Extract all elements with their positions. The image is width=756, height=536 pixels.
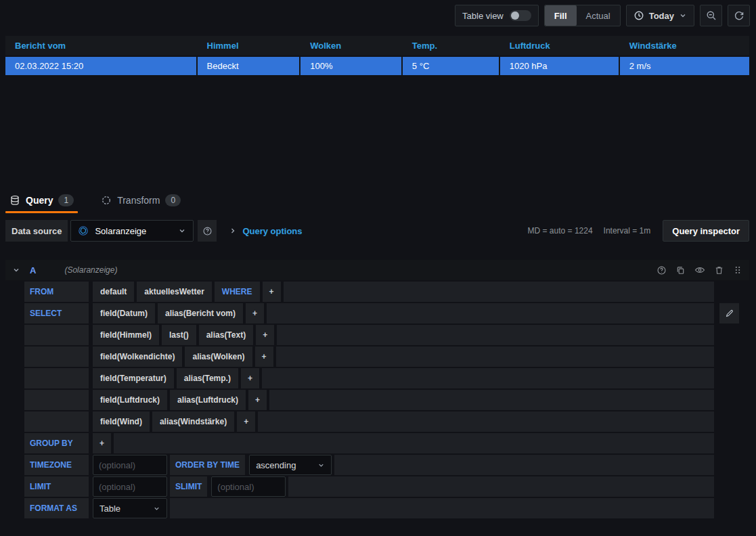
alias-segment[interactable]: alias(Temp.) <box>177 368 238 388</box>
row-filler <box>258 411 714 432</box>
chevron-down-icon <box>178 227 186 235</box>
query-header: A (Solaranzeige) <box>5 260 749 280</box>
column-header[interactable]: Temp. <box>403 41 500 51</box>
editor-tabs: Query 1 Transform 0 <box>5 192 185 213</box>
empty-label <box>24 390 89 410</box>
table-view-label: Table view <box>462 11 504 21</box>
alias-segment[interactable]: alias(Text) <box>199 325 253 345</box>
pencil-icon <box>725 309 734 318</box>
limit-input[interactable] <box>93 476 167 497</box>
interval-text: Interval = 1m <box>604 226 651 236</box>
add-select-part-button[interactable]: + <box>248 390 267 410</box>
query-inspector-button[interactable]: Query inspector <box>663 220 749 242</box>
field-segment[interactable]: field(Luftdruck) <box>93 390 167 410</box>
add-select-part-button[interactable]: + <box>246 303 264 323</box>
measurement-segment[interactable]: aktuellesWetter <box>137 282 211 302</box>
tab-query[interactable]: Query 1 <box>5 192 78 213</box>
tab-transform-count: 0 <box>165 194 181 206</box>
from-label: FROM <box>24 282 89 302</box>
group-by-label: GROUP BY <box>24 433 89 453</box>
timezone-row: TIMEZONE ORDER BY TIME ascending <box>24 455 714 475</box>
select-row: SELECT field(Datum) alias(Bericht vom) + <box>24 303 714 323</box>
column-header[interactable]: Luftdruck <box>500 41 620 51</box>
field-segment[interactable]: field(Wolkendichte) <box>93 347 182 367</box>
function-segment[interactable]: last() <box>162 325 196 345</box>
add-select-part-button[interactable]: + <box>241 368 259 388</box>
tab-transform-label: Transform <box>117 195 160 206</box>
format-as-row: FORMAT AS Table <box>24 498 714 518</box>
select-row: field(Himmel) last() alias(Text) + <box>24 325 714 345</box>
tab-query-label: Query <box>26 195 53 206</box>
field-segment[interactable]: field(Temperatur) <box>93 368 174 388</box>
column-header[interactable]: Wolken <box>301 41 403 51</box>
panel-toolbar: Table view Fill Actual Today <box>455 5 750 26</box>
row-filler <box>276 347 714 367</box>
cell-bericht-vom: 02.03.2022 15:20 <box>5 57 198 75</box>
field-segment[interactable]: field(Himmel) <box>93 325 159 345</box>
zoom-out-icon <box>706 10 717 21</box>
retention-policy-segment[interactable]: default <box>93 282 134 302</box>
field-segment[interactable]: field(Wind) <box>93 411 150 432</box>
query-editor-card: A (Solaranzeige) <box>5 260 749 520</box>
empty-label <box>24 411 89 432</box>
field-segment[interactable]: field(Datum) <box>93 303 155 323</box>
table-view-toggle[interactable] <box>510 10 531 21</box>
order-by-time-value: ascending <box>256 460 312 470</box>
timezone-input[interactable] <box>93 455 167 475</box>
question-circle-icon <box>202 226 213 236</box>
influxdb-logo-icon <box>78 225 89 236</box>
chevron-right-icon <box>229 227 237 235</box>
chevron-down-icon <box>679 12 687 20</box>
row-filler <box>269 390 714 410</box>
table-row[interactable]: 02.03.2022 15:20 Bedeckt 100% 5 °C 1020 … <box>5 57 749 75</box>
trash-icon[interactable] <box>714 265 724 275</box>
eye-icon[interactable] <box>694 265 705 275</box>
row-filler <box>170 498 714 518</box>
alias-segment[interactable]: alias(Luftdruck) <box>170 390 246 410</box>
row-filler <box>114 433 714 453</box>
tab-transform[interactable]: Transform 0 <box>97 192 185 213</box>
add-group-by-button[interactable]: + <box>93 433 111 453</box>
table-view-toggle-group: Table view <box>455 5 539 26</box>
where-label: WHERE <box>215 282 260 302</box>
alias-segment[interactable]: alias(Wolken) <box>185 347 252 367</box>
alias-segment[interactable]: alias(Bericht vom) <box>158 303 243 323</box>
chevron-down-icon <box>317 462 325 469</box>
collapse-chevron-icon[interactable] <box>12 266 20 274</box>
datasource-picker[interactable]: Solaranzeige <box>70 220 194 242</box>
order-by-time-label: ORDER BY TIME <box>170 455 245 475</box>
cell-wolken: 100% <box>301 57 403 75</box>
cell-windstaerke: 2 m/s <box>620 57 749 75</box>
column-header[interactable]: Himmel <box>198 41 301 51</box>
duplicate-icon[interactable] <box>675 265 686 275</box>
drag-handle-icon[interactable] <box>733 265 742 275</box>
help-icon[interactable] <box>657 265 667 275</box>
format-as-select[interactable]: Table <box>93 498 167 518</box>
cell-temp: 5 °C <box>403 57 500 75</box>
refresh-button[interactable] <box>728 5 750 26</box>
empty-label <box>24 325 89 345</box>
column-header[interactable]: Bericht vom <box>5 41 198 51</box>
zoom-out-button[interactable] <box>700 5 722 26</box>
query-options-toggle[interactable]: Query options <box>229 226 302 236</box>
slimit-input[interactable] <box>211 476 286 497</box>
add-select-part-button[interactable]: + <box>255 347 273 367</box>
time-range-picker[interactable]: Today <box>626 5 694 26</box>
order-by-time-select[interactable]: ascending <box>249 455 332 475</box>
time-range-label: Today <box>649 11 674 21</box>
fill-button[interactable]: Fill <box>545 5 577 26</box>
alias-segment[interactable]: alias(Windstärke) <box>152 411 234 432</box>
actual-button[interactable]: Actual <box>577 5 620 26</box>
database-icon <box>9 195 20 206</box>
query-header-actions <box>657 265 742 275</box>
add-select-part-button[interactable]: + <box>237 411 255 432</box>
select-row: field(Temperatur) alias(Temp.) + <box>24 368 714 388</box>
add-where-button[interactable]: + <box>263 282 281 302</box>
limit-label: LIMIT <box>24 476 89 497</box>
row-filler <box>267 303 714 323</box>
datasource-help-button[interactable] <box>198 220 217 242</box>
add-select-part-button[interactable]: + <box>256 325 274 345</box>
column-header[interactable]: Windstärke <box>620 41 749 51</box>
chevron-down-icon <box>153 505 160 512</box>
edit-raw-query-button[interactable] <box>719 303 739 323</box>
